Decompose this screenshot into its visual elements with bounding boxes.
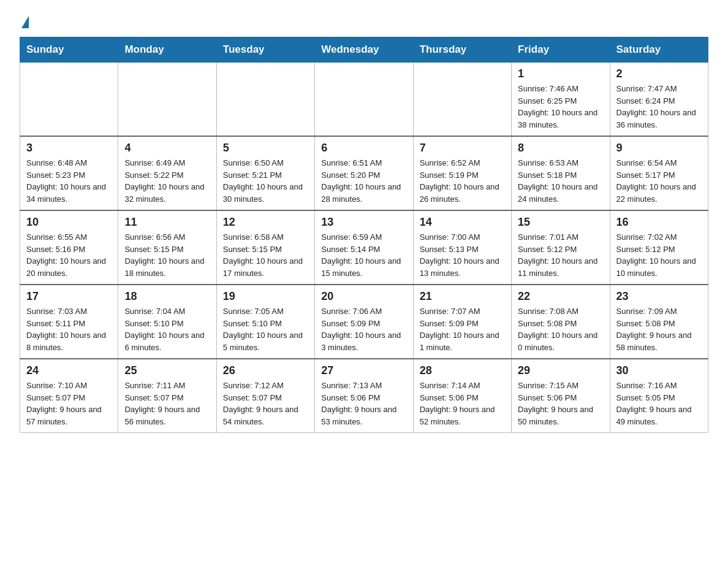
day-info: Sunrise: 6:51 AM Sunset: 5:20 PM Dayligh… bbox=[321, 157, 406, 205]
calendar-day-cell: 3Sunrise: 6:48 AM Sunset: 5:23 PM Daylig… bbox=[20, 136, 118, 210]
day-number: 11 bbox=[124, 216, 210, 229]
calendar-day-cell bbox=[216, 63, 314, 137]
calendar-day-header: Tuesday bbox=[216, 37, 314, 63]
calendar-day-cell: 29Sunrise: 7:15 AM Sunset: 5:06 PM Dayli… bbox=[512, 359, 610, 433]
calendar-day-cell: 15Sunrise: 7:01 AM Sunset: 5:12 PM Dayli… bbox=[512, 210, 610, 285]
day-number: 27 bbox=[321, 364, 406, 377]
day-info: Sunrise: 6:59 AM Sunset: 5:14 PM Dayligh… bbox=[321, 231, 406, 279]
calendar-day-cell: 24Sunrise: 7:10 AM Sunset: 5:07 PM Dayli… bbox=[20, 359, 118, 433]
calendar-day-cell: 12Sunrise: 6:58 AM Sunset: 5:15 PM Dayli… bbox=[216, 210, 314, 285]
calendar-day-cell bbox=[315, 63, 413, 137]
calendar-day-cell: 17Sunrise: 7:03 AM Sunset: 5:11 PM Dayli… bbox=[20, 285, 118, 359]
calendar-table: SundayMondayTuesdayWednesdayThursdayFrid… bbox=[20, 37, 708, 433]
day-number: 24 bbox=[26, 364, 112, 377]
day-info: Sunrise: 7:13 AM Sunset: 5:06 PM Dayligh… bbox=[321, 380, 406, 427]
logo bbox=[20, 15, 30, 26]
day-number: 25 bbox=[124, 364, 210, 377]
day-info: Sunrise: 7:10 AM Sunset: 5:07 PM Dayligh… bbox=[26, 380, 112, 427]
calendar-day-cell: 5Sunrise: 6:50 AM Sunset: 5:21 PM Daylig… bbox=[216, 136, 314, 210]
day-info: Sunrise: 7:07 AM Sunset: 5:09 PM Dayligh… bbox=[420, 305, 505, 353]
calendar-header-row: SundayMondayTuesdayWednesdayThursdayFrid… bbox=[20, 37, 708, 63]
calendar-week-row: 17Sunrise: 7:03 AM Sunset: 5:11 PM Dayli… bbox=[20, 285, 708, 359]
day-number: 28 bbox=[420, 364, 505, 377]
day-number: 5 bbox=[223, 142, 308, 155]
calendar-week-row: 24Sunrise: 7:10 AM Sunset: 5:07 PM Dayli… bbox=[20, 359, 708, 433]
day-number: 7 bbox=[420, 142, 505, 155]
day-number: 30 bbox=[616, 364, 702, 377]
day-info: Sunrise: 7:01 AM Sunset: 5:12 PM Dayligh… bbox=[518, 231, 603, 279]
calendar-day-cell: 21Sunrise: 7:07 AM Sunset: 5:09 PM Dayli… bbox=[413, 285, 511, 359]
day-info: Sunrise: 7:09 AM Sunset: 5:08 PM Dayligh… bbox=[616, 305, 702, 353]
calendar-day-header: Wednesday bbox=[315, 37, 413, 63]
page-header bbox=[20, 15, 708, 26]
day-info: Sunrise: 7:14 AM Sunset: 5:06 PM Dayligh… bbox=[420, 380, 505, 427]
day-number: 19 bbox=[223, 290, 308, 303]
day-number: 17 bbox=[26, 290, 112, 303]
day-info: Sunrise: 7:12 AM Sunset: 5:07 PM Dayligh… bbox=[223, 380, 308, 427]
calendar-day-cell: 6Sunrise: 6:51 AM Sunset: 5:20 PM Daylig… bbox=[315, 136, 413, 210]
day-info: Sunrise: 7:03 AM Sunset: 5:11 PM Dayligh… bbox=[26, 305, 112, 353]
day-info: Sunrise: 7:00 AM Sunset: 5:13 PM Dayligh… bbox=[420, 231, 505, 279]
day-number: 20 bbox=[321, 290, 406, 303]
calendar-week-row: 10Sunrise: 6:55 AM Sunset: 5:16 PM Dayli… bbox=[20, 210, 708, 285]
calendar-day-cell: 30Sunrise: 7:16 AM Sunset: 5:05 PM Dayli… bbox=[610, 359, 708, 433]
calendar-day-cell: 20Sunrise: 7:06 AM Sunset: 5:09 PM Dayli… bbox=[315, 285, 413, 359]
calendar-day-cell bbox=[20, 63, 118, 137]
day-number: 9 bbox=[616, 142, 702, 155]
day-info: Sunrise: 6:56 AM Sunset: 5:15 PM Dayligh… bbox=[124, 231, 210, 279]
day-number: 13 bbox=[321, 216, 406, 229]
day-info: Sunrise: 6:55 AM Sunset: 5:16 PM Dayligh… bbox=[26, 231, 112, 279]
calendar-day-cell: 7Sunrise: 6:52 AM Sunset: 5:19 PM Daylig… bbox=[413, 136, 511, 210]
calendar-day-cell bbox=[118, 63, 216, 137]
day-info: Sunrise: 7:05 AM Sunset: 5:10 PM Dayligh… bbox=[223, 305, 308, 353]
day-info: Sunrise: 7:02 AM Sunset: 5:12 PM Dayligh… bbox=[616, 231, 702, 279]
calendar-day-cell: 16Sunrise: 7:02 AM Sunset: 5:12 PM Dayli… bbox=[610, 210, 708, 285]
day-number: 14 bbox=[420, 216, 505, 229]
calendar-day-cell bbox=[413, 63, 511, 137]
logo-triangle-icon bbox=[21, 16, 29, 28]
day-info: Sunrise: 7:46 AM Sunset: 6:25 PM Dayligh… bbox=[518, 83, 603, 131]
calendar-day-cell: 13Sunrise: 6:59 AM Sunset: 5:14 PM Dayli… bbox=[315, 210, 413, 285]
day-number: 15 bbox=[518, 216, 603, 229]
calendar-day-cell: 8Sunrise: 6:53 AM Sunset: 5:18 PM Daylig… bbox=[512, 136, 610, 210]
calendar-week-row: 3Sunrise: 6:48 AM Sunset: 5:23 PM Daylig… bbox=[20, 136, 708, 210]
day-number: 2 bbox=[616, 67, 702, 80]
day-info: Sunrise: 7:06 AM Sunset: 5:09 PM Dayligh… bbox=[321, 305, 406, 353]
calendar-day-header: Monday bbox=[118, 37, 216, 63]
calendar-day-header: Thursday bbox=[413, 37, 511, 63]
day-info: Sunrise: 6:52 AM Sunset: 5:19 PM Dayligh… bbox=[420, 157, 505, 205]
day-number: 3 bbox=[26, 142, 112, 155]
calendar-day-cell: 27Sunrise: 7:13 AM Sunset: 5:06 PM Dayli… bbox=[315, 359, 413, 433]
day-number: 26 bbox=[223, 364, 308, 377]
calendar-day-cell: 28Sunrise: 7:14 AM Sunset: 5:06 PM Dayli… bbox=[413, 359, 511, 433]
day-info: Sunrise: 7:16 AM Sunset: 5:05 PM Dayligh… bbox=[616, 380, 702, 427]
day-number: 21 bbox=[420, 290, 505, 303]
calendar-day-cell: 14Sunrise: 7:00 AM Sunset: 5:13 PM Dayli… bbox=[413, 210, 511, 285]
day-info: Sunrise: 6:50 AM Sunset: 5:21 PM Dayligh… bbox=[223, 157, 308, 205]
day-number: 16 bbox=[616, 216, 702, 229]
day-info: Sunrise: 7:04 AM Sunset: 5:10 PM Dayligh… bbox=[124, 305, 210, 353]
calendar-day-cell: 26Sunrise: 7:12 AM Sunset: 5:07 PM Dayli… bbox=[216, 359, 314, 433]
calendar-day-cell: 22Sunrise: 7:08 AM Sunset: 5:08 PM Dayli… bbox=[512, 285, 610, 359]
day-info: Sunrise: 7:47 AM Sunset: 6:24 PM Dayligh… bbox=[616, 83, 702, 131]
calendar-day-cell: 19Sunrise: 7:05 AM Sunset: 5:10 PM Dayli… bbox=[216, 285, 314, 359]
day-number: 6 bbox=[321, 142, 406, 155]
day-info: Sunrise: 7:08 AM Sunset: 5:08 PM Dayligh… bbox=[518, 305, 603, 353]
day-info: Sunrise: 6:58 AM Sunset: 5:15 PM Dayligh… bbox=[223, 231, 308, 279]
day-number: 23 bbox=[616, 290, 702, 303]
day-number: 8 bbox=[518, 142, 603, 155]
day-info: Sunrise: 6:48 AM Sunset: 5:23 PM Dayligh… bbox=[26, 157, 112, 205]
calendar-day-header: Saturday bbox=[610, 37, 708, 63]
calendar-week-row: 1Sunrise: 7:46 AM Sunset: 6:25 PM Daylig… bbox=[20, 63, 708, 137]
day-info: Sunrise: 7:15 AM Sunset: 5:06 PM Dayligh… bbox=[518, 380, 603, 427]
day-number: 22 bbox=[518, 290, 603, 303]
day-number: 18 bbox=[124, 290, 210, 303]
day-info: Sunrise: 7:11 AM Sunset: 5:07 PM Dayligh… bbox=[124, 380, 210, 427]
calendar-day-cell: 2Sunrise: 7:47 AM Sunset: 6:24 PM Daylig… bbox=[610, 63, 708, 137]
day-number: 4 bbox=[124, 142, 210, 155]
day-info: Sunrise: 6:54 AM Sunset: 5:17 PM Dayligh… bbox=[616, 157, 702, 205]
day-number: 10 bbox=[26, 216, 112, 229]
calendar-day-cell: 23Sunrise: 7:09 AM Sunset: 5:08 PM Dayli… bbox=[610, 285, 708, 359]
calendar-day-cell: 11Sunrise: 6:56 AM Sunset: 5:15 PM Dayli… bbox=[118, 210, 216, 285]
calendar-day-cell: 18Sunrise: 7:04 AM Sunset: 5:10 PM Dayli… bbox=[118, 285, 216, 359]
